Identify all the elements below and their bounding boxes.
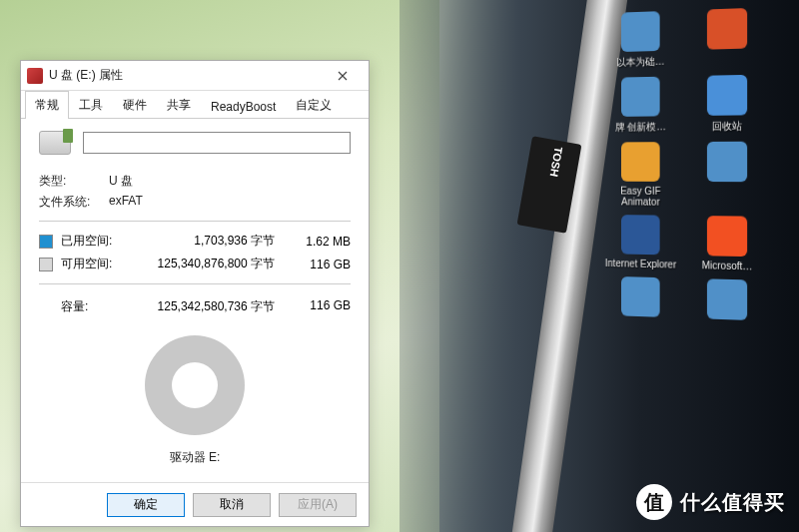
free-swatch bbox=[39, 258, 53, 271]
tab-硬件[interactable]: 硬件 bbox=[113, 91, 157, 119]
tab-工具[interactable]: 工具 bbox=[69, 91, 113, 119]
desktop-icon[interactable]: Microsoft… bbox=[687, 216, 767, 272]
divider bbox=[39, 283, 351, 284]
type-value: U 盘 bbox=[109, 173, 351, 190]
desktop-icon[interactable]: Internet Explorer bbox=[602, 215, 679, 270]
desktop-icon[interactable]: 回收站 bbox=[687, 74, 767, 134]
free-label: 可用空间: bbox=[61, 256, 125, 272]
used-human: 1.62 MB bbox=[291, 235, 351, 249]
icon-label: Internet Explorer bbox=[605, 258, 676, 270]
free-human: 116 GB bbox=[291, 258, 351, 271]
tab-readyboost[interactable]: ReadyBoost bbox=[201, 94, 286, 119]
capacity-donut bbox=[145, 335, 245, 435]
total-row: 容量: 125,342,580,736 字节 116 GB bbox=[39, 292, 351, 317]
close-button[interactable] bbox=[323, 64, 363, 88]
desktop-icons: 以本为础…牌 创新模…回收站Easy GIF AnimatorInternet … bbox=[602, 6, 790, 325]
drive-letter-label: 驱动器 E: bbox=[170, 449, 221, 466]
used-space-row: 已用空间: 1,703,936 字节 1.62 MB bbox=[39, 230, 351, 253]
total-human: 116 GB bbox=[291, 298, 351, 315]
used-swatch bbox=[39, 235, 53, 249]
app-icon bbox=[707, 75, 747, 116]
app-icon bbox=[621, 11, 660, 52]
cancel-button[interactable]: 取消 bbox=[193, 493, 271, 517]
free-bytes: 125,340,876,800 字节 bbox=[125, 256, 291, 272]
app-icon bbox=[707, 278, 747, 320]
watermark: 值 什么值得买 bbox=[636, 484, 785, 520]
tab-content-general: 类型: U 盘 文件系统: exFAT 已用空间: 1,703,936 字节 1… bbox=[21, 119, 369, 482]
app-icon bbox=[621, 77, 660, 117]
total-label: 容量: bbox=[39, 298, 125, 315]
total-bytes: 125,342,580,736 字节 bbox=[125, 298, 291, 315]
desktop-icon[interactable] bbox=[687, 278, 767, 325]
ok-button[interactable]: 确定 bbox=[107, 493, 185, 517]
icon-label: 牌 创新模… bbox=[615, 120, 666, 134]
icon-label: Microsoft… bbox=[702, 260, 753, 271]
tab-常规[interactable]: 常规 bbox=[25, 91, 69, 119]
icon-label: Easy GIF Animator bbox=[602, 186, 679, 208]
tabs: 常规工具硬件共享ReadyBoost自定义 bbox=[21, 91, 369, 119]
filesystem-value: exFAT bbox=[109, 194, 351, 211]
app-icon bbox=[621, 215, 660, 255]
type-label: 类型: bbox=[39, 173, 109, 190]
filesystem-label: 文件系统: bbox=[39, 194, 109, 211]
desktop-icon[interactable] bbox=[687, 142, 767, 209]
titlebar: U 盘 (E:) 属性 bbox=[21, 61, 369, 91]
dialog-buttons: 确定 取消 应用(A) bbox=[21, 482, 369, 526]
desktop-icon[interactable] bbox=[687, 7, 767, 68]
drive-icon bbox=[39, 131, 71, 155]
desktop-icon[interactable]: 牌 创新模… bbox=[602, 76, 679, 134]
icon-label: 回收站 bbox=[712, 119, 742, 133]
used-label: 已用空间: bbox=[61, 233, 125, 250]
properties-dialog: U 盘 (E:) 属性 常规工具硬件共享ReadyBoost自定义 类型: U … bbox=[20, 60, 370, 527]
divider bbox=[39, 221, 351, 222]
volume-name-input[interactable] bbox=[83, 132, 351, 154]
icon-label: 以本为础… bbox=[616, 55, 664, 70]
sd-brand: TOSH bbox=[548, 146, 565, 178]
app-icon bbox=[707, 216, 747, 257]
free-space-row: 可用空间: 125,340,876,800 字节 116 GB bbox=[39, 253, 351, 275]
dialog-title: U 盘 (E:) 属性 bbox=[49, 67, 323, 84]
desktop-icon[interactable]: 以本为础… bbox=[602, 11, 679, 71]
watermark-text: 什么值得买 bbox=[680, 489, 785, 516]
app-icon bbox=[707, 8, 747, 50]
tab-共享[interactable]: 共享 bbox=[157, 91, 201, 119]
used-bytes: 1,703,936 字节 bbox=[125, 233, 291, 250]
desktop-icon[interactable] bbox=[602, 276, 679, 322]
tab-自定义[interactable]: 自定义 bbox=[286, 91, 342, 119]
app-icon bbox=[707, 142, 747, 182]
drive-icon-small bbox=[27, 68, 43, 84]
desktop-icon[interactable]: Easy GIF Animator bbox=[602, 142, 679, 208]
app-icon bbox=[621, 142, 660, 182]
watermark-badge: 值 bbox=[636, 484, 672, 520]
apply-button[interactable]: 应用(A) bbox=[279, 493, 357, 517]
app-icon bbox=[621, 276, 660, 317]
